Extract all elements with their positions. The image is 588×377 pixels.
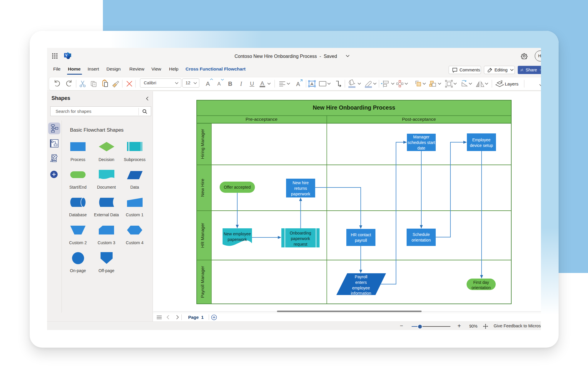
svg-text:A: A [310,81,313,86]
svg-text:First day: First day [473,280,489,285]
svg-text:orientation: orientation [412,238,431,242]
svg-text:Post-acceptance: Post-acceptance [402,117,436,122]
svg-text:orientation: orientation [472,285,491,290]
svg-text:schedules start: schedules start [407,140,435,145]
svg-text:Manager: Manager [413,135,430,139]
svg-text:Payroll: Payroll [355,274,368,279]
svg-text:payroll: payroll [355,238,367,243]
svg-text:device setup: device setup [470,143,493,148]
svg-text:Layers: Layers [505,81,519,86]
svg-text:Pre-acceptance: Pre-acceptance [245,117,278,122]
svg-text:paperwork: paperwork [291,236,310,241]
svg-text:New Hire: New Hire [200,179,205,197]
svg-text:HR Manager: HR Manager [200,223,205,248]
svg-text:request: request [294,242,308,247]
svg-text:A: A [260,80,264,86]
svg-text:Onboarding: Onboarding [290,231,311,235]
svg-text:employee: employee [352,286,370,290]
svg-text:date: date [417,146,425,150]
svg-text:Employee: Employee [472,138,490,142]
svg-text:HR contact: HR contact [351,232,371,237]
svg-text:Schedule: Schedule [412,232,430,237]
svg-text:New hire: New hire [293,180,309,185]
svg-text:returns: returns [294,186,307,191]
svg-text:B: B [228,81,232,87]
svg-text:U: U [250,81,254,87]
svg-text:enters: enters [355,280,367,285]
svg-text:information: information [351,291,371,296]
svg-text:Offer accepted: Offer accepted [224,185,251,190]
svg-text:paperwork: paperwork [228,237,247,242]
svg-text:I: I [240,81,243,87]
svg-text:Payroll Manager: Payroll Manager [200,266,205,298]
svg-text:paperwork: paperwork [291,192,310,196]
svg-text:A: A [296,81,300,87]
svg-text:New employee: New employee [224,232,251,236]
svg-text:New Hire Onboarding Process: New Hire Onboarding Process [313,104,395,111]
svg-text:A: A [206,80,210,87]
svg-text:A: A [217,81,221,87]
svg-text:Hiring Manager: Hiring Manager [200,129,205,159]
